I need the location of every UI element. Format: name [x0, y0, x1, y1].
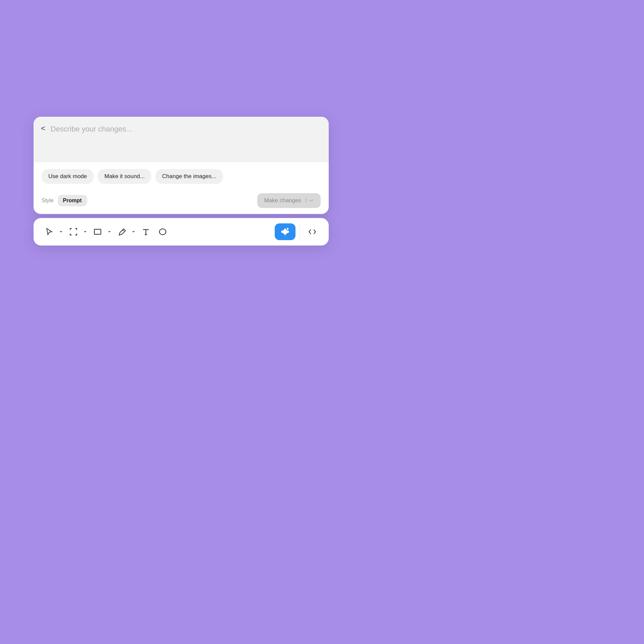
suggestion-sound[interactable]: Make it sound... — [98, 169, 151, 184]
ai-sparkle-icon — [280, 227, 290, 237]
input-area: < — [34, 117, 329, 162]
svg-point-1 — [159, 229, 166, 235]
back-button[interactable]: < — [40, 125, 47, 132]
svg-rect-0 — [94, 229, 101, 234]
pen-tool-group — [114, 225, 137, 239]
cursor-tool-group — [42, 225, 64, 239]
frame-tool[interactable] — [66, 225, 81, 239]
bubble-tool[interactable] — [155, 225, 170, 239]
prompt-badge[interactable]: Prompt — [58, 195, 87, 206]
frame-tool-group — [66, 225, 89, 239]
code-icon — [308, 227, 317, 236]
make-changes-button[interactable]: Make changes ⇧ ↵ — [257, 193, 321, 208]
pen-tool[interactable] — [114, 225, 129, 239]
frame-tool-dropdown[interactable] — [82, 227, 89, 236]
code-button[interactable] — [304, 225, 321, 239]
rectangle-icon — [93, 227, 102, 236]
rectangle-tool[interactable] — [90, 225, 105, 239]
prompt-panel: < Use dark mode Make it sound... Change … — [34, 117, 329, 214]
cursor-icon — [45, 227, 54, 236]
keyboard-shortcut: ⇧ ↵ — [304, 198, 314, 204]
rectangle-tool-dropdown[interactable] — [106, 227, 113, 236]
cursor-tool[interactable] — [42, 225, 57, 239]
ui-container: < Use dark mode Make it sound... Change … — [34, 117, 329, 246]
toolbar-divider — [300, 224, 300, 239]
bubble-icon — [158, 227, 167, 236]
pen-tool-dropdown[interactable] — [130, 227, 137, 236]
suggestions-row: Use dark mode Make it sound... Change th… — [34, 162, 329, 189]
toolbar-panel — [34, 218, 329, 246]
style-section: Style Prompt — [42, 195, 87, 206]
frame-icon — [69, 227, 78, 236]
text-tool[interactable] — [138, 225, 154, 239]
cursor-tool-dropdown[interactable] — [58, 227, 64, 236]
chevron-down-icon — [59, 230, 63, 234]
text-icon — [142, 227, 150, 236]
style-label: Style — [42, 198, 54, 204]
suggestion-dark-mode[interactable]: Use dark mode — [42, 169, 94, 184]
suggestion-images[interactable]: Change the images... — [155, 169, 223, 184]
chevron-down-icon — [83, 230, 87, 234]
describe-input[interactable] — [51, 124, 321, 155]
rectangle-tool-group — [90, 225, 113, 239]
chevron-down-icon — [131, 230, 136, 234]
pen-icon — [117, 227, 126, 236]
chevron-down-icon — [107, 230, 111, 234]
bottom-row: Style Prompt Make changes ⇧ ↵ — [34, 189, 329, 214]
ai-button[interactable] — [275, 223, 296, 240]
